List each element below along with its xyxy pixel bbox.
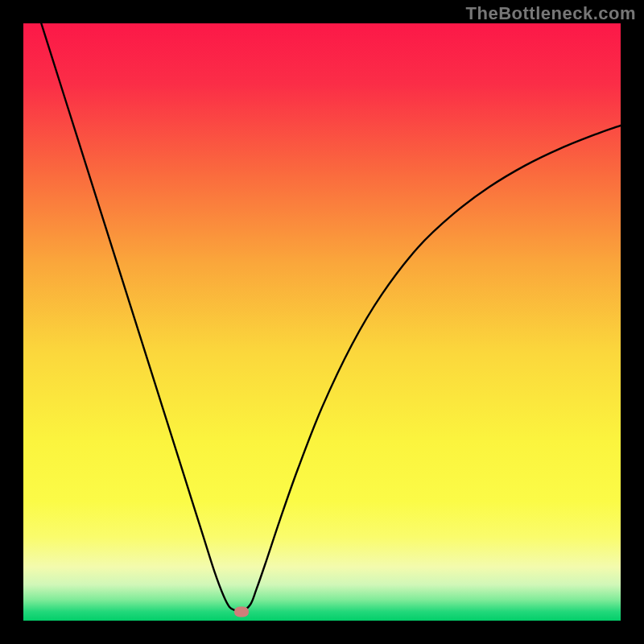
plot-svg	[23, 23, 621, 621]
optimal-point-marker	[234, 606, 249, 617]
watermark-text: TheBottleneck.com	[466, 3, 636, 24]
gradient-background	[23, 23, 621, 621]
chart-frame: TheBottleneck.com	[0, 0, 644, 644]
plot-area	[23, 23, 621, 621]
